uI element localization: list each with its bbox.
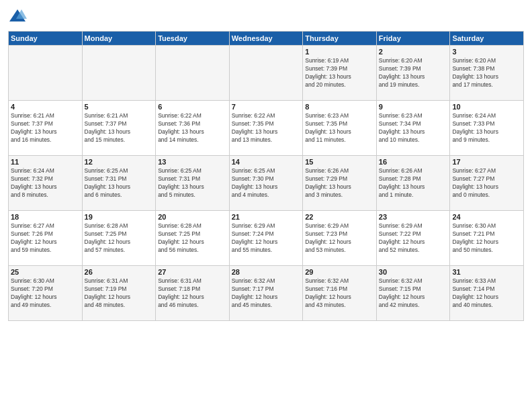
calendar-cell: [82, 46, 156, 101]
day-info: Sunrise: 6:31 AM Sunset: 7:19 PM Dayligh…: [85, 277, 154, 310]
calendar-cell: 1Sunrise: 6:19 AM Sunset: 7:39 PM Daylig…: [303, 46, 377, 101]
page: SundayMondayTuesdayWednesdayThursdayFrid…: [0, 0, 532, 411]
day-number: 28: [232, 268, 301, 276]
day-info: Sunrise: 6:19 AM Sunset: 7:39 PM Dayligh…: [305, 57, 374, 89]
day-info: Sunrise: 6:22 AM Sunset: 7:36 PM Dayligh…: [158, 112, 227, 144]
day-number: 20: [158, 213, 227, 221]
day-number: 3: [452, 48, 521, 56]
calendar-week-2: 4Sunrise: 6:21 AM Sunset: 7:37 PM Daylig…: [9, 101, 524, 156]
calendar-cell: 2Sunrise: 6:20 AM Sunset: 7:39 PM Daylig…: [376, 46, 450, 101]
calendar-cell: 10Sunrise: 6:24 AM Sunset: 7:33 PM Dayli…: [450, 101, 524, 156]
day-number: 1: [305, 48, 374, 56]
day-info: Sunrise: 6:30 AM Sunset: 7:20 PM Dayligh…: [11, 277, 80, 310]
day-number: 29: [305, 268, 374, 276]
calendar-cell: 8Sunrise: 6:23 AM Sunset: 7:35 PM Daylig…: [303, 101, 377, 156]
day-number: 22: [305, 213, 374, 221]
calendar-cell: 27Sunrise: 6:31 AM Sunset: 7:18 PM Dayli…: [156, 266, 230, 321]
calendar-week-1: 1Sunrise: 6:19 AM Sunset: 7:39 PM Daylig…: [9, 46, 524, 101]
calendar-cell: 20Sunrise: 6:28 AM Sunset: 7:25 PM Dayli…: [156, 211, 230, 266]
day-info: Sunrise: 6:25 AM Sunset: 7:31 PM Dayligh…: [85, 167, 154, 199]
day-number: 19: [85, 213, 154, 221]
day-info: Sunrise: 6:33 AM Sunset: 7:14 PM Dayligh…: [452, 277, 521, 310]
calendar-cell: 30Sunrise: 6:32 AM Sunset: 7:15 PM Dayli…: [376, 266, 450, 321]
calendar-cell: 4Sunrise: 6:21 AM Sunset: 7:37 PM Daylig…: [9, 101, 83, 156]
day-number: 18: [11, 213, 80, 221]
calendar-header: SundayMondayTuesdayWednesdayThursdayFrid…: [9, 32, 524, 46]
day-info: Sunrise: 6:29 AM Sunset: 7:22 PM Dayligh…: [379, 222, 448, 255]
day-number: 27: [158, 268, 227, 276]
calendar-cell: 7Sunrise: 6:22 AM Sunset: 7:35 PM Daylig…: [229, 101, 303, 156]
day-number: 24: [452, 213, 521, 221]
day-info: Sunrise: 6:20 AM Sunset: 7:39 PM Dayligh…: [379, 57, 448, 89]
day-info: Sunrise: 6:30 AM Sunset: 7:21 PM Dayligh…: [452, 222, 521, 255]
day-number: 17: [452, 158, 521, 166]
calendar-body: 1Sunrise: 6:19 AM Sunset: 7:39 PM Daylig…: [9, 46, 524, 321]
day-info: Sunrise: 6:24 AM Sunset: 7:33 PM Dayligh…: [452, 112, 521, 144]
calendar-cell: 12Sunrise: 6:25 AM Sunset: 7:31 PM Dayli…: [82, 156, 156, 211]
day-number: 21: [232, 213, 301, 221]
day-number: 13: [158, 158, 227, 166]
day-number: 8: [305, 103, 374, 111]
weekday-header-wednesday: Wednesday: [229, 32, 303, 46]
day-info: Sunrise: 6:20 AM Sunset: 7:38 PM Dayligh…: [452, 57, 521, 89]
calendar-cell: 18Sunrise: 6:27 AM Sunset: 7:26 PM Dayli…: [9, 211, 83, 266]
calendar-cell: 16Sunrise: 6:26 AM Sunset: 7:28 PM Dayli…: [376, 156, 450, 211]
day-info: Sunrise: 6:24 AM Sunset: 7:32 PM Dayligh…: [11, 167, 80, 199]
day-number: 26: [85, 268, 154, 276]
day-info: Sunrise: 6:25 AM Sunset: 7:30 PM Dayligh…: [232, 167, 301, 199]
calendar-cell: 6Sunrise: 6:22 AM Sunset: 7:36 PM Daylig…: [156, 101, 230, 156]
day-number: 15: [305, 158, 374, 166]
weekday-header-monday: Monday: [82, 32, 156, 46]
day-info: Sunrise: 6:21 AM Sunset: 7:37 PM Dayligh…: [11, 112, 80, 144]
weekday-header-tuesday: Tuesday: [156, 32, 230, 46]
calendar-cell: 19Sunrise: 6:28 AM Sunset: 7:25 PM Dayli…: [82, 211, 156, 266]
logo-icon: [8, 7, 27, 26]
day-number: 12: [85, 158, 154, 166]
day-info: Sunrise: 6:31 AM Sunset: 7:18 PM Dayligh…: [158, 277, 227, 310]
day-info: Sunrise: 6:29 AM Sunset: 7:23 PM Dayligh…: [305, 222, 374, 255]
calendar-cell: 14Sunrise: 6:25 AM Sunset: 7:30 PM Dayli…: [229, 156, 303, 211]
day-info: Sunrise: 6:29 AM Sunset: 7:24 PM Dayligh…: [232, 222, 301, 255]
weekday-header-sunday: Sunday: [9, 32, 83, 46]
day-number: 5: [85, 103, 154, 111]
calendar-week-4: 18Sunrise: 6:27 AM Sunset: 7:26 PM Dayli…: [9, 211, 524, 266]
calendar-cell: 23Sunrise: 6:29 AM Sunset: 7:22 PM Dayli…: [376, 211, 450, 266]
day-number: 14: [232, 158, 301, 166]
day-info: Sunrise: 6:27 AM Sunset: 7:26 PM Dayligh…: [11, 222, 80, 255]
day-number: 7: [232, 103, 301, 111]
calendar-cell: 11Sunrise: 6:24 AM Sunset: 7:32 PM Dayli…: [9, 156, 83, 211]
day-info: Sunrise: 6:28 AM Sunset: 7:25 PM Dayligh…: [85, 222, 154, 255]
logo-area: [8, 7, 30, 26]
day-info: Sunrise: 6:27 AM Sunset: 7:27 PM Dayligh…: [452, 167, 521, 199]
day-info: Sunrise: 6:22 AM Sunset: 7:35 PM Dayligh…: [232, 112, 301, 144]
day-info: Sunrise: 6:21 AM Sunset: 7:37 PM Dayligh…: [85, 112, 154, 144]
calendar-cell: 5Sunrise: 6:21 AM Sunset: 7:37 PM Daylig…: [82, 101, 156, 156]
day-number: 31: [452, 268, 521, 276]
weekday-header-friday: Friday: [376, 32, 450, 46]
calendar-cell: 17Sunrise: 6:27 AM Sunset: 7:27 PM Dayli…: [450, 156, 524, 211]
day-info: Sunrise: 6:23 AM Sunset: 7:35 PM Dayligh…: [305, 112, 374, 144]
day-info: Sunrise: 6:32 AM Sunset: 7:17 PM Dayligh…: [232, 277, 301, 310]
day-number: 30: [379, 268, 448, 276]
day-number: 25: [11, 268, 80, 276]
day-info: Sunrise: 6:28 AM Sunset: 7:25 PM Dayligh…: [158, 222, 227, 255]
calendar-cell: 22Sunrise: 6:29 AM Sunset: 7:23 PM Dayli…: [303, 211, 377, 266]
day-info: Sunrise: 6:26 AM Sunset: 7:28 PM Dayligh…: [379, 167, 448, 199]
day-info: Sunrise: 6:25 AM Sunset: 7:31 PM Dayligh…: [158, 167, 227, 199]
calendar-cell: 31Sunrise: 6:33 AM Sunset: 7:14 PM Dayli…: [450, 266, 524, 321]
calendar-cell: [229, 46, 303, 101]
calendar-cell: [9, 46, 83, 101]
day-info: Sunrise: 6:32 AM Sunset: 7:16 PM Dayligh…: [305, 277, 374, 310]
calendar-cell: 25Sunrise: 6:30 AM Sunset: 7:20 PM Dayli…: [9, 266, 83, 321]
day-number: 2: [379, 48, 448, 56]
day-number: 4: [11, 103, 80, 111]
day-number: 10: [452, 103, 521, 111]
day-number: 11: [11, 158, 80, 166]
weekday-header-thursday: Thursday: [303, 32, 377, 46]
calendar: SundayMondayTuesdayWednesdayThursdayFrid…: [8, 31, 524, 321]
calendar-week-5: 25Sunrise: 6:30 AM Sunset: 7:20 PM Dayli…: [9, 266, 524, 321]
weekday-row: SundayMondayTuesdayWednesdayThursdayFrid…: [9, 32, 524, 46]
calendar-cell: 13Sunrise: 6:25 AM Sunset: 7:31 PM Dayli…: [156, 156, 230, 211]
calendar-week-3: 11Sunrise: 6:24 AM Sunset: 7:32 PM Dayli…: [9, 156, 524, 211]
day-number: 23: [379, 213, 448, 221]
